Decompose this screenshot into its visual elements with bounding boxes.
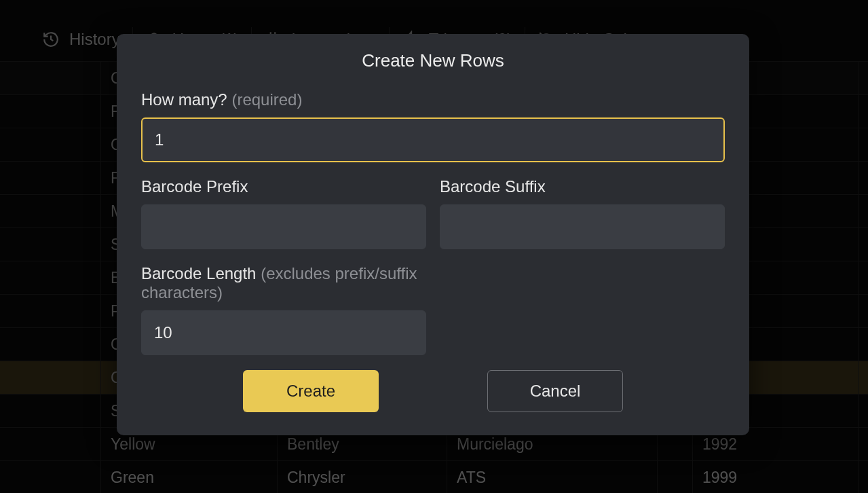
- barcode-length-label: Barcode Length (excludes prefix/suffix c…: [141, 264, 426, 302]
- barcode-prefix-label: Barcode Prefix: [141, 177, 426, 196]
- how-many-field: How many? (required): [141, 90, 725, 162]
- barcode-suffix-input[interactable]: [440, 204, 725, 249]
- barcode-length-input[interactable]: [141, 310, 426, 355]
- cancel-button[interactable]: Cancel: [487, 370, 623, 412]
- barcode-length-field: Barcode Length (excludes prefix/suffix c…: [141, 264, 426, 355]
- barcode-suffix-label: Barcode Suffix: [440, 177, 725, 196]
- how-many-input[interactable]: [141, 117, 725, 162]
- create-button[interactable]: Create: [243, 370, 379, 412]
- how-many-label: How many? (required): [141, 90, 725, 109]
- modal-title: Create New Rows: [141, 50, 725, 71]
- barcode-suffix-field: Barcode Suffix: [440, 177, 725, 249]
- label-text: How many?: [141, 90, 227, 109]
- barcode-prefix-input[interactable]: [141, 204, 426, 249]
- label-text: Barcode Length: [141, 264, 256, 282]
- label-hint: (required): [231, 90, 302, 109]
- modal-buttons: Create Cancel: [141, 370, 725, 412]
- barcode-prefix-field: Barcode Prefix: [141, 177, 426, 249]
- create-rows-modal: Create New Rows How many? (required) Bar…: [117, 34, 749, 435]
